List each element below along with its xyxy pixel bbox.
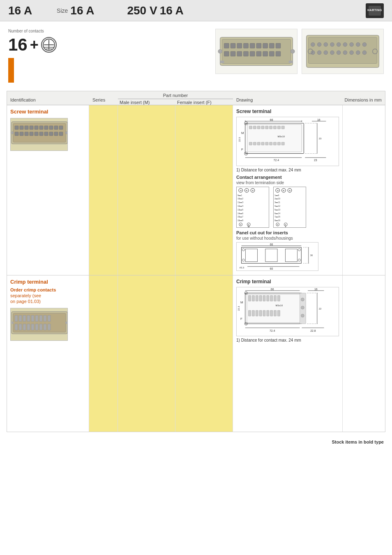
contact-arrangement-diagram: ⊕ ⊕ ⊕ 9●●1 10●●2 11●●3 12●●4 13●●5 14●●6…	[236, 187, 339, 228]
svg-point-194	[65, 321, 68, 324]
screw-distance-note: 1) Distance for contact max. 24 mm	[236, 168, 339, 172]
crimp-subtitle3: on page 01.03)	[10, 299, 85, 304]
crimp-thumbnail	[10, 308, 68, 341]
svg-rect-58	[35, 126, 38, 130]
svg-text:M3x10: M3x10	[277, 135, 285, 138]
svg-rect-99	[274, 142, 277, 145]
svg-point-29	[291, 49, 295, 53]
svg-rect-11	[244, 43, 249, 48]
svg-rect-89	[270, 126, 272, 129]
screw-series-cell	[89, 105, 118, 275]
svg-rect-85	[253, 126, 256, 129]
svg-point-42	[317, 51, 321, 55]
crimp-terminal-row: Crimp terminal Order crimp contacts sepa…	[7, 275, 385, 432]
svg-rect-27	[289, 61, 293, 63]
svg-point-37	[343, 42, 347, 46]
svg-point-39	[356, 42, 360, 46]
svg-rect-57	[30, 126, 33, 130]
screw-thumbnail	[10, 118, 68, 151]
svg-text:⊕: ⊕	[245, 123, 247, 125]
plus-sign: +	[30, 36, 39, 53]
harting-logo: HARTING	[366, 3, 384, 18]
svg-text:⊕: ⊕	[289, 190, 291, 192]
svg-rect-180	[35, 315, 38, 321]
svg-rect-204	[259, 296, 262, 301]
crimp-title: Crimp terminal	[10, 279, 85, 285]
svg-text:⊕: ⊕	[283, 190, 284, 192]
svg-rect-209	[277, 296, 280, 301]
col-female: Female insert (F)	[175, 100, 233, 105]
page-header: 16 A Size 16 A 250 V 16 A HARTING	[0, 0, 392, 21]
svg-text:11●●3: 11●●3	[238, 201, 243, 204]
header-size-value: 16 A	[70, 4, 94, 17]
svg-rect-61	[49, 126, 53, 130]
svg-point-34	[324, 42, 328, 46]
svg-rect-92	[281, 126, 284, 129]
svg-point-43	[324, 51, 328, 55]
svg-rect-19	[237, 51, 242, 56]
svg-point-163	[298, 249, 301, 251]
svg-rect-91	[277, 126, 280, 129]
svg-rect-68	[35, 132, 38, 136]
svg-text:M: M	[240, 301, 243, 304]
svg-text:16: 16	[317, 118, 321, 121]
svg-rect-205	[263, 296, 265, 301]
svg-point-46	[343, 51, 347, 55]
svg-rect-55	[20, 126, 23, 130]
svg-text:2●●10: 2●●10	[274, 198, 280, 200]
col-series: Series	[89, 96, 118, 105]
svg-rect-95	[257, 142, 260, 145]
header-size-label: Size	[57, 7, 68, 14]
panel-cutout-subtitle: for use without hoods/housings	[236, 236, 339, 240]
svg-point-222	[301, 314, 304, 317]
svg-rect-184	[15, 324, 18, 330]
female-contact-svg: ⊕ ⊕ ⊕ 1●●9 2●●10 3●●11 4●●12 5●●13 6●●14…	[273, 187, 306, 228]
svg-rect-100	[277, 142, 280, 145]
svg-rect-59	[39, 126, 43, 130]
female-insert-image	[302, 29, 384, 74]
main-table: Identification Series Part number Male i…	[7, 91, 385, 432]
contact-arrangement-subtitle: view from termination side	[236, 180, 339, 185]
svg-point-221	[301, 306, 304, 309]
svg-rect-26	[220, 61, 224, 63]
svg-text:⊕: ⊕	[252, 190, 254, 192]
svg-point-74	[11, 132, 14, 134]
svg-rect-214	[263, 310, 265, 316]
svg-rect-200	[247, 294, 300, 323]
svg-text:10●●2: 10●●2	[238, 198, 243, 200]
svg-rect-84	[249, 126, 252, 129]
svg-rect-187	[27, 324, 30, 330]
crimp-identification-cell: Crimp terminal Order crimp contacts sepa…	[7, 275, 89, 432]
table-header: Identification Series Part number Male i…	[7, 91, 385, 105]
svg-text:30: 30	[310, 254, 313, 257]
svg-rect-182	[44, 315, 46, 321]
contacts-count-row: 16 +	[8, 35, 74, 55]
svg-rect-190	[39, 324, 42, 330]
part-number-subheaders: Male insert (M) Female insert (F)	[118, 100, 233, 105]
svg-rect-185	[19, 324, 22, 330]
svg-point-35	[330, 42, 334, 46]
svg-text:3●●11: 3●●11	[274, 201, 280, 204]
svg-text:14●●6: 14●●6	[238, 213, 243, 215]
svg-rect-212	[256, 310, 258, 316]
svg-rect-13	[256, 43, 261, 48]
svg-rect-71	[49, 132, 53, 136]
col-identification: Identification	[7, 96, 89, 105]
svg-rect-218	[277, 310, 280, 316]
svg-text:22: 22	[319, 308, 322, 310]
svg-rect-213	[259, 310, 262, 316]
svg-text:22.3: 22.3	[238, 306, 240, 311]
svg-rect-177	[23, 315, 26, 321]
svg-text:4●●12: 4●●12	[274, 205, 280, 207]
crimp-male-cell	[118, 275, 175, 432]
svg-point-36	[337, 42, 341, 46]
svg-text:15●●7: 15●●7	[238, 216, 243, 218]
svg-rect-67	[30, 132, 33, 136]
footer-text: Stock items in bold type	[332, 439, 384, 444]
svg-rect-8	[224, 43, 229, 48]
top-section: Number of contacts 16 +	[0, 21, 392, 87]
svg-rect-201	[249, 296, 251, 301]
svg-rect-25	[276, 51, 281, 56]
svg-text:5●●13: 5●●13	[274, 209, 280, 211]
svg-text:⊕: ⊕	[245, 323, 247, 325]
